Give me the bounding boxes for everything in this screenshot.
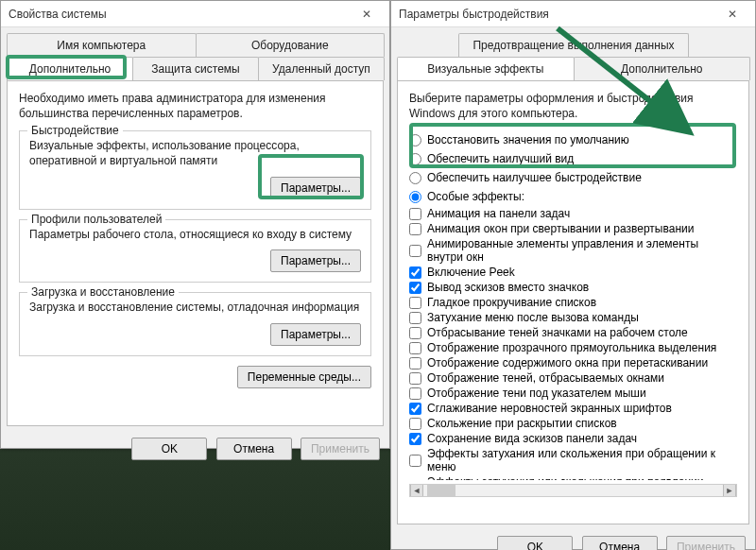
check-option[interactable]: Гладкое прокручивание списков (409, 295, 737, 310)
scroll-thumb[interactable] (427, 485, 455, 496)
check-input[interactable] (409, 387, 421, 400)
check-input[interactable] (409, 455, 421, 467)
tab-dep[interactable]: Предотвращение выполнения данных (458, 33, 688, 57)
tab-body: Необходимо иметь права администратора дл… (7, 80, 384, 426)
check-label: Отображение прозрачного прямоугольника в… (427, 341, 716, 354)
radio-input[interactable] (409, 153, 421, 165)
titlebar: Параметры быстродействия ✕ (391, 1, 755, 27)
effects-checklist: Анимация на панели задачАнимация окон пр… (409, 206, 737, 480)
check-input[interactable] (409, 342, 421, 354)
tab-body: Выберите параметры оформления и быстроде… (397, 80, 749, 524)
check-label: Анимация окон при свертывании и разверты… (427, 222, 694, 235)
check-input[interactable] (409, 418, 421, 430)
tabs-row-top: Предотвращение выполнения данных (391, 27, 755, 57)
tab-visual-effects[interactable]: Визуальные эффекты (397, 57, 575, 80)
system-properties-window: Свойства системы ✕ Имя компьютера Оборуд… (0, 0, 390, 449)
scroll-left-icon[interactable]: ◄ (410, 485, 423, 496)
tab-system-protection[interactable]: Защита системы (132, 57, 259, 80)
check-option[interactable]: Отбрасывание теней значками на рабочем с… (409, 325, 737, 340)
check-label: Анимированные элементы управления и элем… (427, 237, 737, 264)
check-label: Эффекты затухания или скольжения при обр… (427, 447, 737, 473)
dialog-footer: OK Отмена Применить (1, 432, 389, 470)
check-input[interactable] (409, 282, 421, 294)
window-title: Свойства системы (9, 8, 352, 21)
check-input[interactable] (409, 433, 421, 445)
check-label: Отображение теней, отбрасываемых окнами (427, 371, 664, 385)
check-label: Анимация на панели задач (427, 207, 570, 220)
close-icon[interactable]: ✕ (717, 8, 747, 21)
check-label: Затухание меню после вызова команды (427, 311, 639, 324)
check-input[interactable] (409, 223, 421, 235)
check-input[interactable] (409, 312, 421, 324)
check-option[interactable]: Отображение прозрачного прямоугольника в… (409, 340, 737, 355)
performance-desc: Визуальные эффекты, использование процес… (29, 139, 361, 168)
cancel-button[interactable]: Отмена (582, 536, 658, 550)
check-label: Гладкое прокручивание списков (427, 296, 596, 309)
check-option[interactable]: Сохранение вида эскизов панели задач (409, 431, 737, 446)
radio-option[interactable]: Особые эффекты: (409, 187, 737, 206)
apply-button[interactable]: Применить (666, 536, 746, 550)
performance-params-button[interactable]: Параметры... (270, 177, 361, 199)
check-input[interactable] (409, 357, 421, 370)
check-option[interactable]: Включение Peek (409, 265, 737, 280)
performance-legend: Быстродействие (27, 124, 123, 137)
ok-button[interactable]: OK (131, 438, 207, 460)
check-input[interactable] (409, 266, 421, 279)
env-vars-button[interactable]: Переменные среды... (237, 366, 371, 388)
radio-label: Восстановить значения по умолчанию (427, 133, 629, 146)
tab-advanced[interactable]: Дополнительно (7, 57, 133, 80)
boot-group: Загрузка и восстановление Загрузка и вос… (19, 292, 371, 356)
check-input[interactable] (409, 327, 421, 339)
tab-hardware[interactable]: Оборудование (196, 33, 386, 57)
boot-legend: Загрузка и восстановление (27, 285, 179, 299)
radio-group: Восстановить значения по умолчаниюОбеспе… (409, 130, 737, 206)
check-option[interactable]: Затухание меню после вызова команды (409, 310, 737, 325)
scroll-right-icon[interactable]: ► (723, 485, 736, 496)
admin-desc: Необходимо иметь права администратора дл… (19, 91, 371, 121)
ok-button[interactable]: OK (497, 536, 573, 550)
check-option[interactable]: Отображение теней, отбрасываемых окнами (409, 370, 737, 386)
horizontal-scrollbar[interactable]: ◄ ► (409, 484, 737, 497)
tab-computer-name[interactable]: Имя компьютера (7, 33, 197, 57)
check-input[interactable] (409, 208, 421, 220)
check-option[interactable]: Анимация окон при свертывании и разверты… (409, 221, 737, 236)
check-input[interactable] (409, 403, 421, 415)
radio-input[interactable] (409, 134, 421, 146)
check-option[interactable]: Эффекты затухания или скольжения при обр… (409, 446, 737, 474)
check-label: Скольжение при раскрытии списков (427, 417, 617, 430)
performance-options-window: Параметры быстродействия ✕ Предотвращени… (390, 0, 756, 550)
radio-option[interactable]: Восстановить значения по умолчанию (409, 130, 737, 149)
check-input[interactable] (409, 245, 421, 257)
check-label: Включение Peek (427, 266, 515, 279)
close-icon[interactable]: ✕ (352, 8, 382, 21)
tab-advanced[interactable]: Дополнительно (574, 57, 751, 80)
check-label: Отбрасывание теней значками на рабочем с… (427, 326, 688, 339)
check-option[interactable]: Сглаживание неровностей экранных шрифтов (409, 401, 737, 416)
radio-label: Обеспечить наилучший вид (427, 152, 574, 165)
tab-remote[interactable]: Удаленный доступ (258, 57, 385, 80)
radio-option[interactable]: Обеспечить наилучшее быстродействие (409, 168, 737, 187)
check-option[interactable]: Вывод эскизов вместо значков (409, 280, 737, 295)
performance-group: Быстродействие Визуальные эффекты, испол… (19, 130, 371, 209)
tabs-row-main: Визуальные эффекты Дополнительно (391, 57, 755, 80)
check-label: Сглаживание неровностей экранных шрифтов (427, 402, 672, 415)
boot-params-button[interactable]: Параметры... (270, 323, 361, 346)
profiles-legend: Профили пользователей (27, 213, 165, 226)
apply-button[interactable]: Применить (301, 438, 380, 460)
cancel-button[interactable]: Отмена (216, 438, 292, 460)
check-label: Отображение тени под указателем мыши (427, 387, 646, 400)
check-option[interactable]: Скольжение при раскрытии списков (409, 416, 737, 431)
check-input[interactable] (409, 372, 421, 385)
check-option[interactable]: Отображение тени под указателем мыши (409, 386, 737, 401)
check-option[interactable]: Анимированные элементы управления и элем… (409, 236, 737, 265)
radio-input[interactable] (409, 172, 421, 184)
check-option[interactable]: Отображение содержимого окна при перетас… (409, 355, 737, 370)
boot-desc: Загрузка и восстановление системы, отлад… (29, 301, 361, 316)
check-option[interactable]: Эффекты затухания или скольжения при поя… (409, 474, 737, 480)
radio-option[interactable]: Обеспечить наилучший вид (409, 149, 737, 168)
profiles-params-button[interactable]: Параметры... (270, 249, 361, 272)
radio-input[interactable] (409, 191, 421, 203)
check-label: Отображение содержимого окна при перетас… (427, 356, 708, 370)
check-input[interactable] (409, 297, 421, 309)
check-option[interactable]: Анимация на панели задач (409, 206, 737, 221)
